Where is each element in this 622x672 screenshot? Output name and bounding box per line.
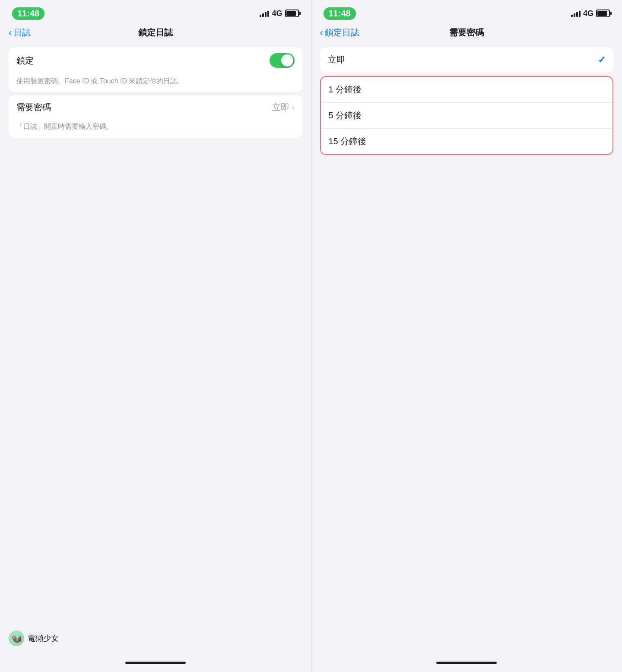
right-phone-panel: 11:48 4G 88 ‹ 鎖定日誌 需要密碼 立即	[311, 0, 622, 672]
right-battery-icon: 88	[596, 10, 610, 17]
right-status-bar: 11:48 4G 88	[311, 0, 622, 23]
right-status-right: 4G 88	[571, 9, 610, 18]
lock-label: 鎖定	[16, 55, 34, 67]
highlighted-options-box: 1 分鐘後 5 分鐘後 15 分鐘後	[320, 76, 614, 155]
left-signal-icon	[260, 10, 269, 17]
right-back-button[interactable]: ‹ 鎖定日誌	[320, 27, 359, 38]
option-immediate-checkmark: ✓	[598, 54, 606, 66]
left-phone-panel: 11:48 4G 88 ‹ 日誌 鎖定日誌 鎖定	[0, 0, 311, 672]
left-back-chevron-icon: ‹	[9, 28, 12, 38]
option-15min[interactable]: 15 分鐘後	[321, 128, 613, 154]
require-password-row[interactable]: 需要密碼 立即 ›	[9, 95, 302, 119]
left-time: 11:48	[12, 7, 44, 20]
lock-toggle[interactable]	[270, 53, 295, 68]
right-battery-value: 88	[600, 10, 606, 17]
immediate-option-card: 立即 ✓	[320, 47, 614, 73]
watermark: 🦦 電獺少女	[9, 631, 59, 646]
left-status-right: 4G 88	[260, 9, 298, 18]
toggle-knob	[281, 54, 293, 67]
option-immediate[interactable]: 立即 ✓	[320, 47, 614, 73]
left-content: 鎖定 使用裝置密碼、Face ID 或 Touch ID 來鎖定你的日誌。 需要…	[0, 44, 311, 656]
lock-row[interactable]: 鎖定	[9, 47, 302, 74]
right-nav-bar: ‹ 鎖定日誌 需要密碼	[311, 23, 622, 44]
option-1min[interactable]: 1 分鐘後	[321, 77, 613, 102]
lock-description: 使用裝置密碼、Face ID 或 Touch ID 來鎖定你的日誌。	[9, 74, 302, 92]
option-5min[interactable]: 5 分鐘後	[321, 102, 613, 128]
right-home-bar	[436, 662, 497, 664]
left-nav-bar: ‹ 日誌 鎖定日誌	[0, 23, 311, 44]
left-nav-title: 鎖定日誌	[138, 27, 173, 38]
right-back-label: 鎖定日誌	[325, 27, 359, 38]
require-password-value: 立即	[272, 101, 289, 113]
watermark-icon: 🦦	[9, 631, 24, 646]
left-battery-value: 88	[289, 10, 295, 17]
right-nav-title: 需要密碼	[449, 27, 484, 38]
left-home-bar	[125, 662, 186, 664]
require-password-description: 「日誌」開置時需要輸入密碼。	[9, 119, 302, 137]
require-password-label: 需要密碼	[16, 101, 51, 113]
watermark-text: 電獺少女	[28, 633, 59, 643]
left-home-indicator	[0, 656, 311, 672]
require-password-chevron-icon: ›	[292, 103, 295, 112]
option-1min-label: 1 分鐘後	[329, 84, 362, 95]
option-immediate-label: 立即	[328, 54, 345, 66]
right-signal-icon	[571, 10, 581, 17]
require-password-card: 需要密碼 立即 › 「日誌」開置時需要輸入密碼。	[9, 95, 302, 137]
right-back-chevron-icon: ‹	[320, 28, 323, 38]
left-back-button[interactable]: ‹ 日誌	[9, 27, 31, 38]
right-network-label: 4G	[583, 9, 593, 18]
require-password-value-group: 立即 ›	[272, 101, 295, 113]
left-battery-icon: 88	[285, 10, 299, 17]
right-home-indicator	[311, 656, 622, 672]
right-time: 11:48	[324, 7, 356, 20]
option-15min-label: 15 分鐘後	[329, 136, 367, 147]
option-5min-label: 5 分鐘後	[329, 110, 362, 121]
right-content: 立即 ✓ 1 分鐘後 5 分鐘後 15 分鐘後	[311, 44, 622, 656]
left-status-bar: 11:48 4G 88	[0, 0, 311, 23]
left-network-label: 4G	[272, 9, 282, 18]
left-back-label: 日誌	[13, 27, 31, 38]
lock-card: 鎖定 使用裝置密碼、Face ID 或 Touch ID 來鎖定你的日誌。	[9, 47, 302, 92]
